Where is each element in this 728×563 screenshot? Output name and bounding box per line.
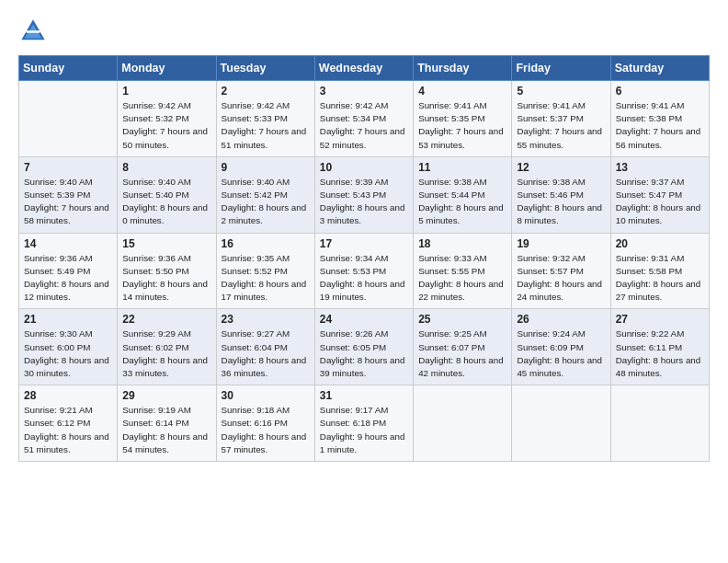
day-number: 5 (517, 85, 605, 98)
day-info: Sunrise: 9:34 AMSunset: 5:53 PMDaylight:… (320, 252, 408, 304)
day-number: 15 (122, 237, 210, 250)
day-number: 6 (616, 85, 704, 98)
day-number: 18 (418, 237, 506, 250)
day-number: 4 (418, 85, 506, 98)
day-info: Sunrise: 9:35 AMSunset: 5:52 PMDaylight:… (222, 252, 310, 304)
day-number: 3 (320, 85, 408, 98)
calendar-cell: 24Sunrise: 9:26 AMSunset: 6:05 PMDayligh… (314, 309, 413, 385)
calendar-cell: 1Sunrise: 9:42 AMSunset: 5:32 PMDaylight… (118, 81, 216, 157)
calendar-week-4: 21Sunrise: 9:30 AMSunset: 6:00 PMDayligh… (19, 309, 710, 385)
weekday-header-friday: Friday (512, 56, 610, 81)
calendar-week-5: 28Sunrise: 9:21 AMSunset: 6:12 PMDayligh… (19, 385, 710, 462)
day-info: Sunrise: 9:25 AMSunset: 6:07 PMDaylight:… (418, 327, 506, 380)
calendar-cell (512, 385, 610, 462)
calendar-cell: 5Sunrise: 9:41 AMSunset: 5:37 PMDaylight… (512, 81, 610, 157)
weekday-header-tuesday: Tuesday (216, 56, 314, 81)
calendar-cell: 10Sunrise: 9:39 AMSunset: 5:43 PMDayligh… (314, 156, 413, 233)
day-info: Sunrise: 9:17 AMSunset: 6:18 PMDaylight:… (320, 404, 408, 456)
day-info: Sunrise: 9:40 AMSunset: 5:39 PMDaylight:… (24, 176, 112, 228)
calendar-cell: 2Sunrise: 9:42 AMSunset: 5:33 PMDaylight… (216, 81, 314, 157)
day-info: Sunrise: 9:29 AMSunset: 6:02 PMDaylight:… (122, 327, 210, 380)
calendar-cell: 12Sunrise: 9:38 AMSunset: 5:46 PMDayligh… (512, 156, 610, 233)
calendar-cell: 20Sunrise: 9:31 AMSunset: 5:58 PMDayligh… (610, 233, 709, 309)
day-info: Sunrise: 9:42 AMSunset: 5:33 PMDaylight:… (222, 99, 310, 152)
weekday-header-saturday: Saturday (610, 56, 709, 81)
day-number: 27 (616, 313, 704, 326)
logo-icon (18, 17, 48, 46)
calendar-cell: 28Sunrise: 9:21 AMSunset: 6:12 PMDayligh… (19, 385, 118, 462)
day-info: Sunrise: 9:40 AMSunset: 5:42 PMDaylight:… (222, 176, 310, 228)
calendar-cell: 14Sunrise: 9:36 AMSunset: 5:49 PMDayligh… (19, 233, 118, 309)
day-number: 24 (320, 313, 408, 326)
day-number: 10 (320, 161, 408, 174)
day-info: Sunrise: 9:24 AMSunset: 6:09 PMDaylight:… (517, 327, 605, 380)
day-info: Sunrise: 9:42 AMSunset: 5:34 PMDaylight:… (320, 99, 408, 152)
calendar-cell: 22Sunrise: 9:29 AMSunset: 6:02 PMDayligh… (118, 309, 216, 385)
weekday-header-sunday: Sunday (19, 56, 118, 81)
day-info: Sunrise: 9:33 AMSunset: 5:55 PMDaylight:… (418, 252, 506, 304)
calendar-cell (610, 385, 709, 462)
day-info: Sunrise: 9:42 AMSunset: 5:32 PMDaylight:… (122, 99, 210, 152)
day-number: 28 (24, 389, 112, 402)
day-number: 20 (616, 237, 704, 250)
day-number: 21 (24, 313, 112, 326)
day-info: Sunrise: 9:41 AMSunset: 5:35 PMDaylight:… (418, 99, 506, 152)
day-number: 22 (122, 313, 210, 326)
day-info: Sunrise: 9:26 AMSunset: 6:05 PMDaylight:… (320, 327, 408, 380)
day-number: 7 (24, 161, 112, 174)
day-info: Sunrise: 9:36 AMSunset: 5:49 PMDaylight:… (24, 252, 112, 304)
calendar-cell: 15Sunrise: 9:36 AMSunset: 5:50 PMDayligh… (118, 233, 216, 309)
day-number: 19 (517, 237, 605, 250)
day-info: Sunrise: 9:37 AMSunset: 5:47 PMDaylight:… (616, 176, 704, 228)
day-info: Sunrise: 9:22 AMSunset: 6:11 PMDaylight:… (616, 327, 704, 380)
calendar-cell: 16Sunrise: 9:35 AMSunset: 5:52 PMDayligh… (216, 233, 314, 309)
calendar-cell: 8Sunrise: 9:40 AMSunset: 5:40 PMDaylight… (118, 156, 216, 233)
day-info: Sunrise: 9:39 AMSunset: 5:43 PMDaylight:… (320, 176, 408, 228)
calendar-cell: 30Sunrise: 9:18 AMSunset: 6:16 PMDayligh… (216, 385, 314, 462)
day-number: 16 (222, 237, 310, 250)
day-info: Sunrise: 9:18 AMSunset: 6:16 PMDaylight:… (222, 404, 310, 456)
day-number: 31 (320, 389, 408, 402)
day-number: 17 (320, 237, 408, 250)
day-info: Sunrise: 9:38 AMSunset: 5:44 PMDaylight:… (418, 176, 506, 228)
day-info: Sunrise: 9:38 AMSunset: 5:46 PMDaylight:… (517, 176, 605, 228)
day-number: 1 (122, 85, 210, 98)
calendar-cell: 19Sunrise: 9:32 AMSunset: 5:57 PMDayligh… (512, 233, 610, 309)
calendar-cell (19, 81, 118, 157)
day-info: Sunrise: 9:30 AMSunset: 6:00 PMDaylight:… (24, 327, 112, 380)
calendar-cell: 6Sunrise: 9:41 AMSunset: 5:38 PMDaylight… (610, 81, 709, 157)
calendar-cell: 17Sunrise: 9:34 AMSunset: 5:53 PMDayligh… (314, 233, 413, 309)
day-number: 14 (24, 237, 112, 250)
day-info: Sunrise: 9:41 AMSunset: 5:37 PMDaylight:… (517, 99, 605, 152)
page: SundayMondayTuesdayWednesdayThursdayFrid… (0, 0, 728, 563)
calendar-week-2: 7Sunrise: 9:40 AMSunset: 5:39 PMDaylight… (19, 156, 710, 233)
day-info: Sunrise: 9:27 AMSunset: 6:04 PMDaylight:… (222, 327, 310, 380)
day-info: Sunrise: 9:31 AMSunset: 5:58 PMDaylight:… (616, 252, 704, 304)
calendar-cell (414, 385, 512, 462)
day-info: Sunrise: 9:32 AMSunset: 5:57 PMDaylight:… (517, 252, 605, 304)
day-number: 25 (418, 313, 506, 326)
day-number: 11 (418, 161, 506, 174)
svg-rect-2 (26, 30, 40, 33)
header (18, 17, 710, 46)
day-number: 9 (222, 161, 310, 174)
day-number: 8 (122, 161, 210, 174)
weekday-header-monday: Monday (118, 56, 216, 81)
calendar-cell: 31Sunrise: 9:17 AMSunset: 6:18 PMDayligh… (314, 385, 413, 462)
weekday-header-wednesday: Wednesday (314, 56, 413, 81)
day-number: 26 (517, 313, 605, 326)
day-number: 13 (616, 161, 704, 174)
day-number: 2 (222, 85, 310, 98)
calendar-week-3: 14Sunrise: 9:36 AMSunset: 5:49 PMDayligh… (19, 233, 710, 309)
calendar-cell: 26Sunrise: 9:24 AMSunset: 6:09 PMDayligh… (512, 309, 610, 385)
calendar-cell: 9Sunrise: 9:40 AMSunset: 5:42 PMDaylight… (216, 156, 314, 233)
calendar-cell: 7Sunrise: 9:40 AMSunset: 5:39 PMDaylight… (19, 156, 118, 233)
calendar-cell: 27Sunrise: 9:22 AMSunset: 6:11 PMDayligh… (610, 309, 709, 385)
weekday-header-thursday: Thursday (414, 56, 512, 81)
day-info: Sunrise: 9:41 AMSunset: 5:38 PMDaylight:… (616, 99, 704, 152)
calendar-cell: 23Sunrise: 9:27 AMSunset: 6:04 PMDayligh… (216, 309, 314, 385)
day-info: Sunrise: 9:36 AMSunset: 5:50 PMDaylight:… (122, 252, 210, 304)
day-info: Sunrise: 9:40 AMSunset: 5:40 PMDaylight:… (122, 176, 210, 228)
day-number: 12 (517, 161, 605, 174)
calendar-cell: 13Sunrise: 9:37 AMSunset: 5:47 PMDayligh… (610, 156, 709, 233)
